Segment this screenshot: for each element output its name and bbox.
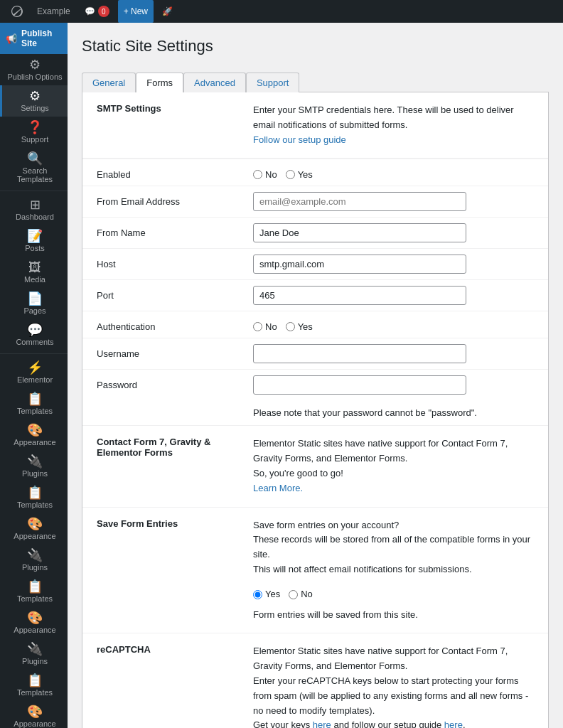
sidebar-item-elementor[interactable]: ⚡ Elementor bbox=[0, 357, 68, 388]
sidebar: 📢 Publish Site ⚙ Publish Options ⚙ Setti… bbox=[0, 23, 68, 728]
port-label: Port bbox=[97, 286, 253, 301]
auth-no-label[interactable]: No bbox=[253, 321, 277, 332]
sidebar-brand[interactable]: 📢 Publish Site bbox=[0, 23, 68, 54]
smtp-no-radio[interactable] bbox=[253, 170, 262, 179]
sidebar-item-appearance-3[interactable]: 🎨 Appearance bbox=[0, 607, 68, 638]
sidebar-item-settings[interactable]: ⚙ Settings bbox=[0, 85, 68, 117]
auth-yes-radio[interactable] bbox=[286, 322, 295, 331]
sidebar-item-appearance-1[interactable]: 🎨 Appearance bbox=[0, 419, 68, 451]
save-form-header: Save Form Entries Save form entries on y… bbox=[82, 508, 548, 633]
site-name[interactable]: Example bbox=[31, 0, 76, 23]
smtp-enabled-value: No Yes bbox=[253, 165, 534, 180]
plugin-icon[interactable]: 🚀 bbox=[156, 0, 178, 23]
new-button[interactable]: + New bbox=[118, 0, 154, 23]
contact-form-title: Contact Form 7, Gravity &Elementor Forms bbox=[97, 437, 253, 496]
tab-support[interactable]: Support bbox=[246, 73, 300, 92]
sidebar-item-plugins-1[interactable]: 🔌 Plugins bbox=[0, 451, 68, 482]
save-form-description: Save form entries on your account? These… bbox=[253, 518, 534, 623]
from-name-input[interactable] bbox=[253, 223, 466, 242]
tab-bar: General Forms Advanced Support bbox=[82, 67, 549, 92]
admin-bar: Example 💬 0 + New 🚀 bbox=[0, 0, 563, 23]
comments-button[interactable]: 💬 0 bbox=[79, 0, 115, 23]
recaptcha-title: reCAPTCHA bbox=[97, 644, 253, 728]
password-input[interactable] bbox=[253, 375, 466, 395]
sidebar-item-appearance-2[interactable]: 🎨 Appearance bbox=[0, 513, 68, 545]
sidebar-item-templates-4[interactable]: 📋 Templates bbox=[0, 670, 68, 701]
sidebar-item-dashboard[interactable]: ⊞ Dashboard bbox=[0, 194, 68, 225]
smtp-yes-radio[interactable] bbox=[286, 170, 295, 179]
username-label: Username bbox=[97, 344, 253, 359]
smtp-enabled-row: Enabled No Yes bbox=[82, 159, 548, 186]
sidebar-item-templates-2[interactable]: 📋 Templates bbox=[0, 482, 68, 513]
auth-no-radio[interactable] bbox=[253, 322, 262, 331]
recaptcha-here1-link[interactable]: here bbox=[313, 719, 331, 728]
learn-more-link-cf[interactable]: Learn More. bbox=[253, 483, 303, 493]
sidebar-item-templates-3[interactable]: 📋 Templates bbox=[0, 576, 68, 607]
password-note: Please note that your password cannot be… bbox=[82, 400, 548, 425]
auth-yes-label[interactable]: Yes bbox=[286, 321, 313, 332]
contact-form-header: Contact Form 7, Gravity &Elementor Forms… bbox=[82, 426, 548, 506]
page-title: Static Site Settings bbox=[82, 37, 549, 55]
auth-label: Authentication bbox=[97, 317, 253, 332]
smtp-description: Enter your SMTP credentials here. These … bbox=[253, 103, 534, 147]
port-input[interactable] bbox=[253, 286, 466, 305]
sidebar-item-comments[interactable]: 💬 Comments bbox=[0, 319, 68, 350]
save-form-title: Save Form Entries bbox=[97, 518, 253, 623]
save-no-radio[interactable] bbox=[289, 590, 298, 599]
settings-panel: SMTP Settings Enter your SMTP credential… bbox=[82, 92, 549, 728]
from-name-label: From Name bbox=[97, 223, 253, 238]
recaptcha-here2-link[interactable]: here bbox=[444, 719, 463, 728]
smtp-yes-label[interactable]: Yes bbox=[286, 169, 313, 180]
smtp-no-label[interactable]: No bbox=[253, 169, 277, 180]
sidebar-item-posts[interactable]: 📝 Posts bbox=[0, 225, 68, 257]
smtp-enabled-label: Enabled bbox=[97, 165, 253, 180]
password-row: Password bbox=[82, 369, 548, 400]
sidebar-item-support[interactable]: ❓ Support bbox=[0, 117, 68, 148]
auth-row: Authentication No Yes bbox=[82, 311, 548, 338]
recaptcha-header: reCAPTCHA Elementor Static sites have na… bbox=[82, 633, 548, 728]
main-content: Static Site Settings General Forms Advan… bbox=[68, 23, 563, 728]
sidebar-item-search-templates[interactable]: 🔍 Search Templates bbox=[0, 148, 68, 188]
username-input[interactable] bbox=[253, 344, 466, 363]
sidebar-item-plugins-3[interactable]: 🔌 Plugins bbox=[0, 638, 68, 670]
sidebar-item-media[interactable]: 🖼 Media bbox=[0, 257, 68, 288]
save-form-note: Form entries will be saved from this sit… bbox=[253, 608, 534, 623]
save-no-label[interactable]: No bbox=[289, 587, 313, 602]
password-label: Password bbox=[97, 375, 253, 390]
sidebar-item-publish-options[interactable]: ⚙ Publish Options bbox=[0, 54, 68, 85]
save-yes-radio[interactable] bbox=[253, 590, 262, 599]
tab-general[interactable]: General bbox=[82, 73, 136, 92]
sidebar-item-plugins-2[interactable]: 🔌 Plugins bbox=[0, 545, 68, 576]
from-email-input[interactable] bbox=[253, 192, 466, 211]
host-input[interactable] bbox=[253, 255, 466, 274]
smtp-title: SMTP Settings bbox=[97, 103, 253, 147]
from-email-row: From Email Address bbox=[82, 186, 548, 217]
setup-guide-link[interactable]: Follow our setup guide bbox=[253, 134, 346, 145]
from-name-row: From Name bbox=[82, 217, 548, 248]
wp-logo[interactable] bbox=[6, 0, 28, 23]
contact-form-description: Elementor Static sites have native suppo… bbox=[253, 437, 534, 496]
tab-forms[interactable]: Forms bbox=[136, 73, 183, 92]
sidebar-item-appearance-4[interactable]: 🎨 Appearance bbox=[0, 701, 68, 728]
smtp-header: SMTP Settings Enter your SMTP credential… bbox=[82, 92, 548, 158]
username-row: Username bbox=[82, 338, 548, 369]
sidebar-item-pages[interactable]: 📄 Pages bbox=[0, 288, 68, 319]
host-row: Host bbox=[82, 248, 548, 279]
port-row: Port bbox=[82, 279, 548, 311]
host-label: Host bbox=[97, 255, 253, 269]
recaptcha-description: Elementor Static sites have native suppo… bbox=[253, 644, 534, 728]
save-yes-label[interactable]: Yes bbox=[253, 587, 280, 602]
sidebar-item-templates-1[interactable]: 📋 Templates bbox=[0, 388, 68, 419]
tab-advanced[interactable]: Advanced bbox=[183, 73, 246, 92]
from-email-label: From Email Address bbox=[97, 192, 253, 207]
